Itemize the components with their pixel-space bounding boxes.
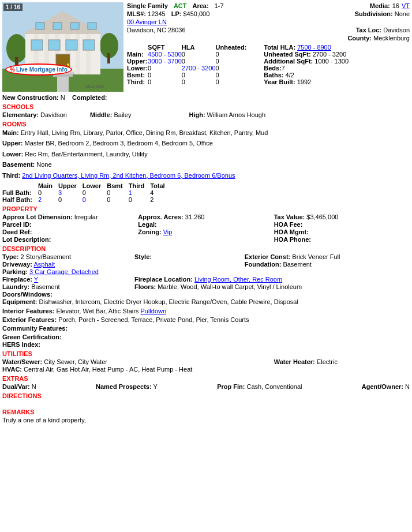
status-badge: ACT: [174, 2, 187, 9]
middle-value: Bailey: [114, 111, 131, 118]
half-bath-total: 2: [150, 196, 169, 203]
equipment-value: Dishwasher, Intercom, Electric Dryer Hoo…: [39, 298, 298, 305]
new-construction-label: New Construction:: [2, 94, 59, 101]
full-bath-third: 1: [129, 189, 151, 196]
baths-label: Baths:: [264, 72, 283, 78]
new-construction-row: New Construction: N Completed:: [2, 94, 410, 101]
prop-fin-value: Cash, Conventional: [247, 383, 302, 390]
approx-acres-value: 31.260: [185, 213, 205, 220]
exterior-label: Exterior Features:: [2, 316, 57, 323]
foundation-label: Foundation:: [245, 261, 282, 268]
main-sqft-val: 4500 - 5300: [148, 51, 182, 58]
tax-value-label: Tax Value:: [274, 213, 305, 220]
exterior-const-value: Brick Veneer Full: [292, 253, 340, 260]
green-cert-row: Green Certification:: [2, 334, 410, 340]
image-counter: 1 / 16: [3, 3, 23, 11]
svg-rect-17: [88, 23, 96, 29]
sqft-hla-section: SQFT HLA Unheated: Main: 4500 - 5300 0 0…: [127, 44, 246, 85]
upper-rooms-label: Upper:: [2, 140, 23, 147]
media-value: 16: [392, 2, 399, 9]
address-link[interactable]: 00 Avinger LN: [127, 18, 167, 25]
property-row3: Deed Ref: Zoning: Vip HOA Mgmt:: [2, 228, 410, 235]
svg-rect-15: [53, 23, 62, 29]
sqft-header: SQFT: [148, 44, 182, 51]
new-construction-value: N: [61, 94, 65, 101]
upper-rooms-row: Upper: Master BR, Bedroom 2, Bedroom 3, …: [2, 139, 410, 148]
mortgage-label: Live Mortgage Info: [16, 66, 68, 73]
bath-col-third: Third: [129, 182, 151, 189]
mortgage-badge[interactable]: %Live Mortgage Info: [5, 63, 72, 76]
hoa-mgmt-label: HOA Mgmt:: [274, 228, 309, 235]
half-bath-main: 2: [38, 196, 58, 203]
desc-row2: Driveway: Asphalt Foundation: Basement: [2, 261, 410, 268]
approx-acres-label: Approx. Acres:: [138, 213, 183, 220]
mortgage-icon: %: [10, 66, 15, 73]
approx-lot-label: Approx Lot Dimension:: [2, 213, 73, 220]
named-prospects-value: Y: [153, 383, 157, 390]
main-sqft-label: Main:: [127, 51, 148, 58]
main-rooms-row: Main: Entry Hall, Living Rm, Library, Pa…: [2, 129, 410, 137]
property-type: Single Family: [127, 2, 168, 9]
utilities-header: UTILITIES: [2, 350, 410, 357]
lp-label: LP:: [171, 10, 182, 17]
lower-unheated-val: 0: [216, 65, 247, 72]
style-label: Style:: [134, 253, 152, 260]
total-info-section: Total HLA: 7500 - 8900 Unheated SqFt: 27…: [264, 44, 349, 85]
interior-link[interactable]: Pulldown: [140, 308, 166, 314]
hers-label: HERS Index:: [2, 341, 40, 348]
bath-col-bsmt: Bsmt: [107, 182, 129, 189]
house-image: MLS 2019: [2, 2, 123, 92]
total-hla-value[interactable]: 7500 - 8900: [297, 44, 331, 51]
media-link[interactable]: VT: [402, 2, 410, 9]
equipment-label: Equipment:: [2, 298, 38, 305]
year-built-value: 1992: [297, 78, 311, 85]
zoning-value[interactable]: Vip: [163, 228, 173, 235]
fireplace-row: Fireplace: Y Fireplace Location: Living …: [2, 276, 410, 283]
svg-rect-26: [57, 77, 69, 92]
unheated-header: Unheated:: [216, 44, 247, 51]
extras-row: Dual/Var: N Named Prospects: Y Prop Fin:…: [2, 383, 410, 390]
desc-row1: Type: 2 Story/Basement Style: Exterior C…: [2, 253, 410, 260]
main-rooms-label: Main:: [2, 129, 19, 136]
lower-hla-val: 2700 - 3200: [182, 65, 216, 72]
community-label: Community Features:: [2, 325, 68, 332]
parcel-id-label: Parcel ID:: [2, 221, 32, 228]
basement-rooms-row: Basement: None: [2, 160, 410, 169]
taxloc-label: Tax Loc:: [356, 27, 381, 33]
main-unheated-val: 0: [216, 51, 247, 58]
interior-label: Interior Features:: [2, 308, 54, 314]
unheated-sqft-label: Unheated SqFt:: [264, 51, 310, 58]
bsmt-sqft-label: Bsmt:: [127, 72, 148, 78]
third-unheated-val: 0: [216, 78, 247, 85]
third-rooms-links[interactable]: 2nd Living Quarters, Living Rm, 2nd Kitc…: [22, 172, 235, 179]
green-cert-label: Green Certification:: [2, 334, 62, 340]
parking-value: 3 Car Garage, Detached: [29, 268, 99, 275]
fireplace-location-label: Fireplace Location:: [134, 276, 193, 283]
driveway-label: Driveway:: [2, 261, 32, 268]
property-header: PROPERTY: [2, 205, 410, 212]
description-header: DESCRIPTION: [2, 245, 410, 252]
full-bath-upper: 3: [58, 189, 83, 196]
hers-row: HERS Index:: [2, 341, 410, 348]
floors-value: Marble, Wood, Wall-to wall Carpet, Vinyl…: [158, 283, 302, 290]
driveway-value: Asphalt: [33, 261, 55, 268]
interior-value-prefix: Elevator, Wet Bar, Attic Stairs: [57, 308, 141, 314]
additional-sqft-label: Additional SqFt:: [264, 58, 313, 65]
agent-owner-label: Agent/Owner:: [362, 383, 403, 390]
mls-label: MLS#:: [127, 10, 146, 17]
extras-header: EXTRAS: [2, 375, 410, 382]
parking-label: Parking:: [2, 268, 28, 275]
property-image-container: MLS 2019 1 / 16 %Live Mortgage Info: [2, 2, 123, 92]
svg-rect-18: [31, 40, 43, 50]
foundation-value: Basement: [283, 261, 312, 268]
city-state-zip: Davidson, NC 28036: [127, 27, 186, 33]
county-value: Mecklenburg: [373, 35, 410, 42]
hvac-row: HVAC: Central Air, Gas Hot Air, Heat Pum…: [2, 366, 410, 373]
laundry-row: Laundry: Basement Floors: Marble, Wood, …: [2, 283, 410, 290]
fireplace-location-value: Living Room, Other, Rec Room: [194, 276, 282, 283]
bath-col-main: Main: [38, 182, 58, 189]
area-label: Area:: [193, 2, 209, 9]
svg-rect-21: [83, 40, 95, 50]
agent-owner-value: N: [405, 383, 410, 390]
bath-col-lower: Lower: [83, 182, 107, 189]
